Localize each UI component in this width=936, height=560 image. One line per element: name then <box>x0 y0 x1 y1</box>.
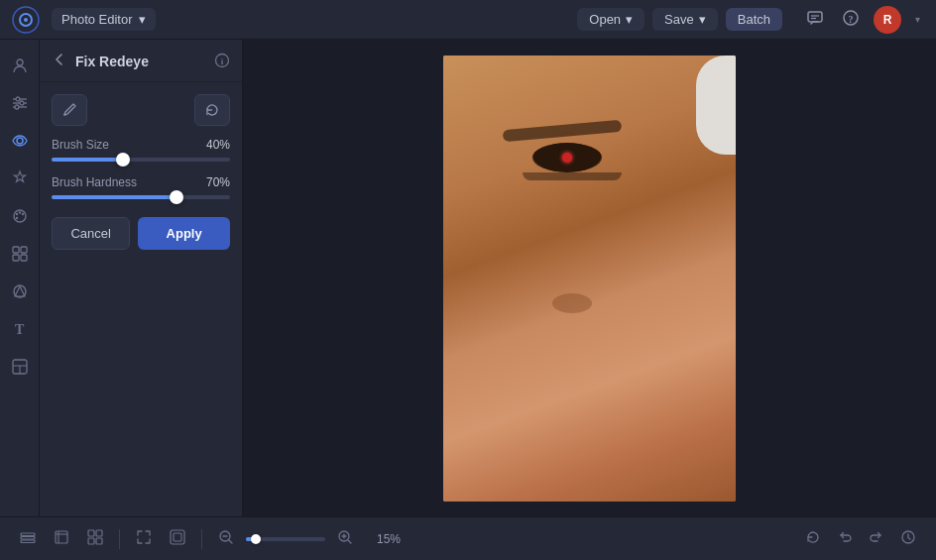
zoom-in-button[interactable] <box>331 525 359 552</box>
svg-text:i: i <box>221 56 224 66</box>
batch-button[interactable]: Batch <box>726 8 782 31</box>
sidebar-item-people[interactable] <box>4 50 36 81</box>
sidebar-item-view[interactable] <box>4 125 36 157</box>
user-avatar-button[interactable]: R <box>874 6 901 34</box>
app-title-chevron-icon: ▾ <box>139 12 146 27</box>
panel-info-button[interactable]: i <box>214 53 230 71</box>
brush-size-track[interactable] <box>52 158 230 162</box>
svg-rect-37 <box>56 531 67 543</box>
fix-redeye-panel: Fix Redeye i <box>40 40 243 516</box>
panel-actions: Cancel Apply <box>52 217 230 250</box>
sidebar-item-palette[interactable] <box>4 200 36 232</box>
svg-point-20 <box>15 217 17 219</box>
zoom-thumb[interactable] <box>251 534 261 544</box>
sidebar-item-elements[interactable] <box>4 238 36 270</box>
brush-size-thumb[interactable] <box>116 153 130 167</box>
batch-label: Batch <box>738 12 770 27</box>
brush-hardness-track[interactable] <box>52 195 230 199</box>
canvas-area[interactable] <box>243 40 936 516</box>
sidebar-item-text[interactable]: T <box>4 313 36 345</box>
svg-line-48 <box>229 540 232 543</box>
eye-area <box>532 143 602 172</box>
svg-point-33 <box>63 113 66 116</box>
svg-rect-35 <box>21 537 35 540</box>
svg-text:?: ? <box>849 13 854 24</box>
sidebar-item-effects[interactable] <box>4 163 36 194</box>
undo-button[interactable] <box>831 525 859 552</box>
help-icon-button[interactable]: ? <box>838 5 864 35</box>
brush-hardness-slider-group: Brush Hardness 70% <box>52 175 230 199</box>
sidebar-item-shapes[interactable] <box>4 276 36 307</box>
avatar-chevron-icon-button[interactable]: ▾ <box>911 10 924 29</box>
svg-text:T: T <box>15 322 25 337</box>
restore-button[interactable] <box>799 525 827 552</box>
brush-size-label: Brush Size <box>52 138 109 152</box>
svg-point-2 <box>24 18 28 22</box>
svg-point-17 <box>15 213 17 215</box>
apply-button[interactable]: Apply <box>138 217 230 250</box>
zoom-track[interactable] <box>246 537 325 541</box>
redo-button[interactable] <box>863 525 890 552</box>
svg-rect-23 <box>13 255 19 261</box>
svg-point-19 <box>21 213 23 215</box>
reset-tool-button[interactable] <box>194 94 230 126</box>
svg-rect-34 <box>21 533 35 536</box>
svg-rect-24 <box>21 255 27 261</box>
svg-rect-41 <box>96 530 102 536</box>
panel-header: Fix Redeye i <box>40 40 242 82</box>
zoom-fit-button[interactable] <box>164 525 191 552</box>
brush-tool-button[interactable] <box>52 94 87 126</box>
open-label: Open <box>589 12 621 27</box>
open-button[interactable]: Open ▾ <box>577 8 644 31</box>
svg-point-13 <box>20 101 24 105</box>
save-button[interactable]: Save ▾ <box>652 8 718 31</box>
panel-back-button[interactable] <box>52 52 67 71</box>
brush-size-fill <box>52 158 123 162</box>
svg-rect-21 <box>13 247 19 253</box>
chat-icon-button[interactable] <box>802 5 828 35</box>
bottom-bar: 15% <box>0 516 936 560</box>
redeye-dot <box>562 153 572 163</box>
sidebar-item-adjust[interactable] <box>4 87 36 119</box>
save-chevron-icon: ▾ <box>699 12 706 27</box>
brush-icons-row <box>52 94 230 126</box>
brush-size-label-row: Brush Size 40% <box>52 138 230 152</box>
cancel-button[interactable]: Cancel <box>52 217 130 250</box>
svg-rect-44 <box>171 530 184 544</box>
layers-button[interactable] <box>14 525 42 552</box>
app-title-label: Photo Editor <box>61 12 133 27</box>
zoom-out-button[interactable] <box>212 525 240 552</box>
app-logo <box>12 6 40 34</box>
svg-rect-43 <box>96 538 102 544</box>
crop-button[interactable] <box>48 525 75 552</box>
brush-size-slider-group: Brush Size 40% <box>52 138 230 162</box>
left-sidebar: T <box>0 40 40 516</box>
bottom-divider-1 <box>119 529 120 549</box>
top-bar-actions: ? R ▾ <box>802 5 924 35</box>
history-button[interactable] <box>894 525 922 552</box>
svg-point-12 <box>16 97 20 101</box>
svg-rect-40 <box>88 530 94 536</box>
svg-rect-36 <box>21 540 35 543</box>
brush-hardness-value: 70% <box>206 175 230 189</box>
brush-hardness-label-row: Brush Hardness 70% <box>52 175 230 189</box>
photo-editor-title-btn[interactable]: Photo Editor ▾ <box>52 8 156 31</box>
fit-screen-button[interactable] <box>130 525 158 552</box>
zoom-slider-area <box>246 537 325 541</box>
avatar-initial: R <box>883 13 892 27</box>
svg-rect-45 <box>174 533 181 541</box>
svg-point-8 <box>17 59 23 65</box>
brush-hardness-fill <box>52 195 176 199</box>
panel-body: Brush Size 40% Brush Hardness 70% <box>40 82 242 516</box>
svg-rect-3 <box>808 12 822 22</box>
top-bar: Photo Editor ▾ Open ▾ Save ▾ Batch ? <box>0 0 936 40</box>
bottom-right-icons <box>799 525 922 552</box>
svg-line-52 <box>348 540 351 543</box>
sidebar-item-layout[interactable] <box>4 351 36 383</box>
save-label: Save <box>664 12 694 27</box>
open-chevron-icon: ▾ <box>626 12 633 27</box>
brush-hardness-thumb[interactable] <box>170 190 183 204</box>
svg-point-15 <box>17 138 23 144</box>
brush-hardness-label: Brush Hardness <box>52 175 137 189</box>
tiles-button[interactable] <box>81 525 109 552</box>
